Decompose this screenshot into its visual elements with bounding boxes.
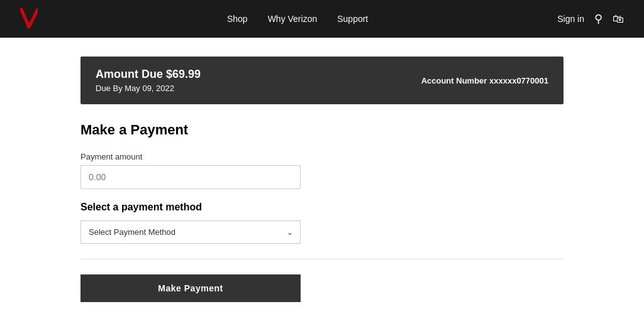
due-date: Due By May 09, 2022 bbox=[96, 84, 201, 93]
payment-amount-label: Payment amount bbox=[80, 152, 564, 161]
amount-banner: Amount Due $69.99 Due By May 09, 2022 Ac… bbox=[80, 57, 564, 104]
cart-icon[interactable]: 🛍 bbox=[613, 13, 624, 26]
payment-amount-input[interactable] bbox=[80, 165, 301, 189]
payment-method-select[interactable]: Select Payment Method bbox=[80, 220, 301, 244]
account-number-value: xxxxxx0770001 bbox=[489, 76, 548, 85]
search-icon[interactable]: ⚲ bbox=[594, 12, 602, 26]
nav-shop[interactable]: Shop bbox=[227, 14, 248, 24]
account-number: Account Number xxxxxx0770001 bbox=[421, 76, 548, 85]
select-method-title: Select a payment method bbox=[80, 202, 564, 213]
page-title: Make a Payment bbox=[80, 122, 564, 138]
account-label: Account Number bbox=[421, 76, 487, 85]
amount-left: Amount Due $69.99 Due By May 09, 2022 bbox=[96, 68, 201, 93]
payment-method-select-wrapper: Select Payment Method ⌄ bbox=[80, 220, 301, 244]
nav-support[interactable]: Support bbox=[337, 14, 368, 24]
logo[interactable] bbox=[20, 8, 38, 30]
nav-why-verizon[interactable]: Why Verizon bbox=[268, 14, 318, 24]
verizon-logo-icon bbox=[20, 8, 38, 30]
main-content: Amount Due $69.99 Due By May 09, 2022 Ac… bbox=[70, 57, 574, 302]
header-actions: Sign in ⚲ 🛍 bbox=[557, 12, 624, 26]
main-nav: Shop Why Verizon Support bbox=[227, 14, 368, 24]
sign-in-link[interactable]: Sign in bbox=[557, 14, 584, 24]
header: Shop Why Verizon Support Sign in ⚲ 🛍 bbox=[0, 0, 644, 38]
make-payment-button[interactable]: Make Payment bbox=[80, 274, 301, 302]
amount-title: Amount Due $69.99 bbox=[96, 68, 201, 81]
payment-amount-group: Payment amount bbox=[80, 152, 564, 189]
payment-method-group: Select a payment method Select Payment M… bbox=[80, 202, 564, 244]
divider bbox=[80, 259, 564, 259]
